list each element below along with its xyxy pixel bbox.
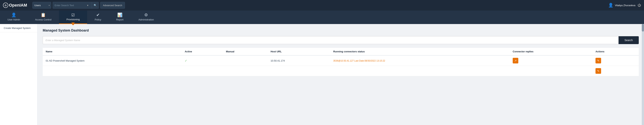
advanced-search-label: Advanced Search <box>103 4 122 7</box>
actions-cell: ✎ <box>596 58 636 63</box>
table-header-row: Name Active Manual Host URL Running conn… <box>43 48 639 55</box>
logo: G OpenIAM <box>3 3 27 8</box>
cell-name: 01 AD Powershell Managed System <box>43 55 182 66</box>
cell-actions-2: ✎ <box>592 66 639 76</box>
col-header-host-url: Host URL <box>268 48 330 55</box>
managed-search-button-label: Search <box>624 39 633 42</box>
search-type-arrow-wrapper: ▾ <box>86 2 92 9</box>
external-link-icon: ↗ <box>514 59 516 62</box>
nav-item-policy[interactable]: ✔ Policy <box>87 11 109 24</box>
cell-running-status: 3536@10.50.41.127 Last Date:08/30/2022 1… <box>330 55 510 66</box>
actions-cell-2: ✎ <box>596 68 636 74</box>
table-row: 01 AD Powershell Managed System ✓ 10.50.… <box>43 55 639 66</box>
policy-icon: ✔ <box>96 13 100 17</box>
nav-item-provisioning[interactable]: ☑ Provisioning <box>59 11 87 24</box>
edit-icon-2: ✎ <box>597 69 600 72</box>
provisioning-icon: ☑ <box>71 13 75 17</box>
sidebar: Create Managed System <box>0 24 38 125</box>
search-type-wrapper: Users ▾ <box>32 2 51 9</box>
col-header-manual: Manual <box>223 48 268 55</box>
administration-icon: ⚙ <box>144 13 148 17</box>
nav-label-administration: Administration <box>138 18 154 21</box>
nav-item-administration[interactable]: ⚙ Administration <box>131 11 161 24</box>
advanced-search-button[interactable]: Advanced Search <box>100 2 125 9</box>
col-header-actions: Actions <box>592 48 639 55</box>
access-control-icon: 📋 <box>41 13 46 17</box>
cell-host-url: 10.50.41.174 <box>268 55 330 66</box>
active-indicator-arrow <box>71 24 75 25</box>
search-group: Users ▾ ▾ 🔍 Advanced Search <box>32 2 125 9</box>
col-header-running-status: Running connectors status <box>330 48 510 55</box>
search-magnifier-icon: 🔍 <box>94 4 97 7</box>
search-type-select[interactable]: Users <box>32 2 51 9</box>
cell-active-2 <box>182 66 223 76</box>
nav-label-policy: Policy <box>94 18 101 21</box>
topbar-right: 👤 Vitaliya Zhuravleva ⏻ <box>608 3 641 8</box>
active-checkmark-icon: ✓ <box>185 59 187 62</box>
power-icon: ⏻ <box>638 3 641 7</box>
content-wrapper: Create Managed System Managed System Das… <box>0 24 644 125</box>
sidebar-item-create-managed-system[interactable]: Create Managed System <box>0 24 37 32</box>
search-text-input[interactable] <box>53 2 86 9</box>
edit-button[interactable]: ✎ <box>596 58 601 63</box>
cell-active: ✓ <box>182 55 223 66</box>
cell-manual <box>223 55 268 66</box>
nav-label-access-control: Access Control <box>35 18 51 21</box>
cell-actions: ✎ <box>592 55 639 66</box>
nav-label-user-admin: User Admin <box>8 18 20 21</box>
search-input-group: ▾ 🔍 <box>53 2 99 9</box>
provisioning-icon-area: ☑ <box>71 13 75 17</box>
edit-icon: ✎ <box>597 59 600 62</box>
user-avatar-icon: 👤 <box>608 3 613 8</box>
edit-button-2[interactable]: ✎ <box>596 68 601 74</box>
nav-item-user-admin[interactable]: 👤 User Admin <box>0 11 28 24</box>
col-header-active: Active <box>182 48 223 55</box>
cell-connector-replies-2 <box>510 66 592 76</box>
cell-connector-replies: ↗ <box>510 55 592 66</box>
scrollbar-track[interactable] <box>642 24 644 125</box>
nav-item-report[interactable]: 📊 Report <box>109 11 131 24</box>
search-text-type-select[interactable]: ▾ <box>86 2 92 9</box>
connector-replies-link-button[interactable]: ↗ <box>513 58 518 63</box>
main-content: Managed System Dashboard Search Name Act… <box>38 24 644 125</box>
logo-text: OpenIAM <box>9 3 27 8</box>
managed-systems-table: Name Active Manual Host URL Running conn… <box>43 48 639 76</box>
user-name: Vitaliya Zhuravleva <box>615 4 636 7</box>
user-admin-icon: 👤 <box>11 13 16 17</box>
report-icon: 📊 <box>117 13 122 17</box>
topbar: G OpenIAM Users ▾ ▾ 🔍 Advanced Search <box>0 0 644 11</box>
logo-circle: G <box>3 3 8 8</box>
page-title: Managed System Dashboard <box>43 29 639 33</box>
navbar: 👤 User Admin 📋 Access Control ☑ Provisio… <box>0 11 644 24</box>
user-info: 👤 Vitaliya Zhuravleva <box>608 3 636 8</box>
nav-label-provisioning: Provisioning <box>66 18 80 21</box>
running-status-link[interactable]: 3536@10.50.41.127 Last Date:08/30/2022 1… <box>333 60 385 62</box>
scrollbar-thumb[interactable] <box>642 24 644 32</box>
power-button[interactable]: ⏻ <box>638 3 641 7</box>
cell-host-url-2 <box>268 66 330 76</box>
managed-system-search-row: Search <box>43 36 639 44</box>
nav-item-access-control[interactable]: 📋 Access Control <box>28 11 59 24</box>
table-row: ✎ <box>43 66 639 76</box>
cell-running-status-2 <box>330 66 510 76</box>
col-header-name: Name <box>43 48 182 55</box>
search-submit-button[interactable]: 🔍 <box>92 2 99 9</box>
managed-system-search-button[interactable]: Search <box>618 36 639 44</box>
cell-manual-2 <box>223 66 268 76</box>
managed-system-search-input[interactable] <box>43 36 618 44</box>
nav-label-report: Report <box>116 18 124 21</box>
cell-name-2 <box>43 66 182 76</box>
col-header-connector-replies: Connector replies <box>510 48 592 55</box>
sidebar-item-label: Create Managed System <box>4 27 31 30</box>
